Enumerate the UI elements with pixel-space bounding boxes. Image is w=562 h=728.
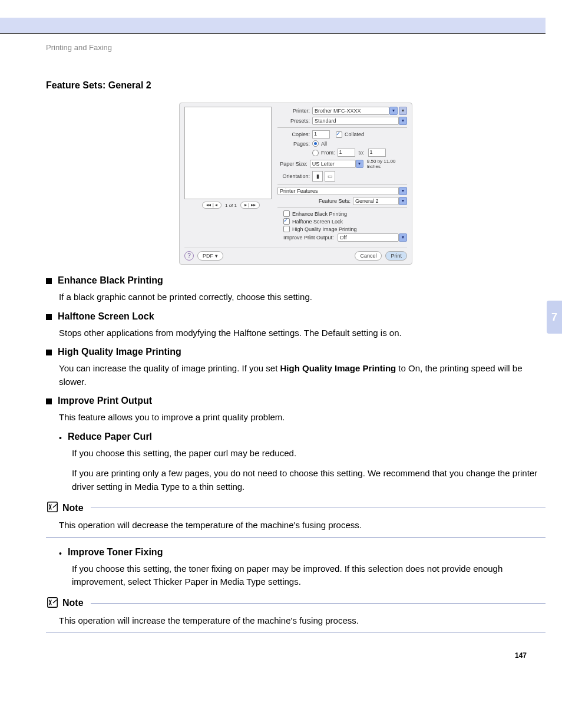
improve-output-select[interactable]: Off <box>338 233 399 242</box>
printer-label: Printer: <box>277 108 312 114</box>
preview-next-button[interactable]: ▸ | ▸▸ <box>240 202 260 209</box>
print-button[interactable]: Print <box>385 251 407 261</box>
improve-output-label: Improve Print Output: <box>283 235 338 241</box>
item-body: Stops other applications from modyfying … <box>59 327 546 340</box>
chapter-tab: 7 <box>547 301 562 334</box>
orientation-label: Orientation: <box>277 173 312 179</box>
collated-label: Collated <box>345 131 364 137</box>
papersize-dims: 8.50 by 11.00 inches <box>363 159 407 169</box>
note-icon <box>46 596 59 611</box>
pages-from-input[interactable]: 1 <box>338 149 355 157</box>
subitem-title: Reduce Paper Curl <box>68 431 152 442</box>
dropdown-icon[interactable]: ▾ <box>389 107 398 115</box>
pages-label: Pages: <box>277 141 312 147</box>
copies-input[interactable]: 1 <box>312 130 330 139</box>
print-dialog: ◂◂ | ◂ 1 of 1 ▸ | ▸▸ Printer: Brother MF… <box>179 103 412 265</box>
subitem-title: Improve Toner Fixing <box>68 547 163 558</box>
preview-page-indicator: 1 of 1 <box>225 203 237 208</box>
note-icon <box>46 500 59 515</box>
item-title: Improve Print Output <box>58 396 152 406</box>
page-number: 147 <box>515 651 527 660</box>
pages-from-label: From: <box>321 150 335 156</box>
halftone-lock-checkbox[interactable] <box>283 218 290 225</box>
item-title: Enhance Black Printing <box>58 275 163 286</box>
item-title: Halftone Screen Lock <box>58 311 154 322</box>
square-bullet-icon <box>46 350 52 355</box>
dropdown-icon[interactable]: ▾ <box>399 197 407 205</box>
collated-checkbox[interactable] <box>336 131 342 138</box>
svg-rect-0 <box>48 502 58 512</box>
section-title: Feature Sets: General 2 <box>46 80 546 91</box>
note-body: This operation will increase the tempera… <box>59 614 546 628</box>
cancel-button[interactable]: Cancel <box>355 251 382 261</box>
preview-prev-button[interactable]: ◂◂ | ◂ <box>202 202 222 209</box>
dropdown-icon[interactable]: ▾ <box>399 187 407 195</box>
note-block: Note This operation will increase the te… <box>46 596 546 633</box>
running-header: Printing and Faxing <box>46 43 546 52</box>
square-bullet-icon <box>46 398 52 404</box>
pdf-menu-button[interactable]: PDF ▾ <box>197 251 223 261</box>
copies-label: Copies: <box>277 131 312 137</box>
item-title: High Quality Image Printing <box>58 347 181 357</box>
note-divider <box>46 632 546 633</box>
hq-image-checkbox[interactable] <box>283 226 290 232</box>
content-area: Printing and Faxing Feature Sets: Genera… <box>0 34 562 677</box>
note-block: Note This operation will decrease the te… <box>46 500 546 538</box>
dropdown-icon[interactable]: ▾ <box>399 233 407 242</box>
featuresets-select[interactable]: General 2 <box>353 197 399 205</box>
subitem-body: If you choose this setting, the paper cu… <box>72 447 546 460</box>
item-body: You can increase the quality of image pr… <box>59 362 546 388</box>
page: Printing and Faxing Feature Sets: Genera… <box>0 18 562 677</box>
dropdown-icon[interactable]: ▾ <box>356 160 363 168</box>
presets-select[interactable]: Standard <box>312 117 399 125</box>
panel-select[interactable]: Printer Features <box>277 187 399 195</box>
pages-to-input[interactable]: 1 <box>368 149 386 157</box>
square-bullet-icon <box>46 278 52 284</box>
bullet-dot-icon: • <box>59 549 62 558</box>
print-preview <box>184 107 272 199</box>
printer-select[interactable]: Brother MFC-XXXX <box>312 107 389 115</box>
note-divider <box>91 508 546 508</box>
enhance-black-checkbox[interactable] <box>283 210 290 217</box>
pages-all-radio[interactable] <box>312 140 319 147</box>
orientation-landscape-button[interactable]: ▭ <box>325 171 335 182</box>
note-body: This operation will decrease the tempera… <box>59 519 546 532</box>
presets-label: Presets: <box>277 118 312 124</box>
printer-info-button[interactable]: ▾ <box>399 107 407 115</box>
orientation-portrait-button[interactable]: ▮ <box>312 171 323 182</box>
note-label: Note <box>62 503 84 513</box>
papersize-label: Paper Size: <box>277 161 310 167</box>
featuresets-label: Feature Sets: <box>319 198 353 204</box>
pages-range-radio[interactable] <box>312 150 319 156</box>
item-body: This feature allows you to improve a pri… <box>59 411 546 424</box>
svg-rect-1 <box>48 597 58 607</box>
note-label: Note <box>62 598 84 608</box>
top-accent-bar <box>0 18 546 33</box>
pages-all-label: All <box>321 141 327 147</box>
pages-to-label: to: <box>355 150 368 156</box>
papersize-select[interactable]: US Letter <box>310 160 356 168</box>
help-button[interactable]: ? <box>184 251 194 261</box>
subitem-body: If you are printing only a few pages, yo… <box>72 467 546 493</box>
dropdown-icon[interactable]: ▾ <box>399 117 407 125</box>
note-divider <box>46 537 546 538</box>
item-body: If a black graphic cannot be printed cor… <box>59 291 546 304</box>
subitem-body: If you choose this setting, the toner fi… <box>72 562 546 589</box>
bullet-dot-icon: • <box>59 434 62 442</box>
square-bullet-icon <box>46 314 52 320</box>
note-divider <box>91 603 546 604</box>
